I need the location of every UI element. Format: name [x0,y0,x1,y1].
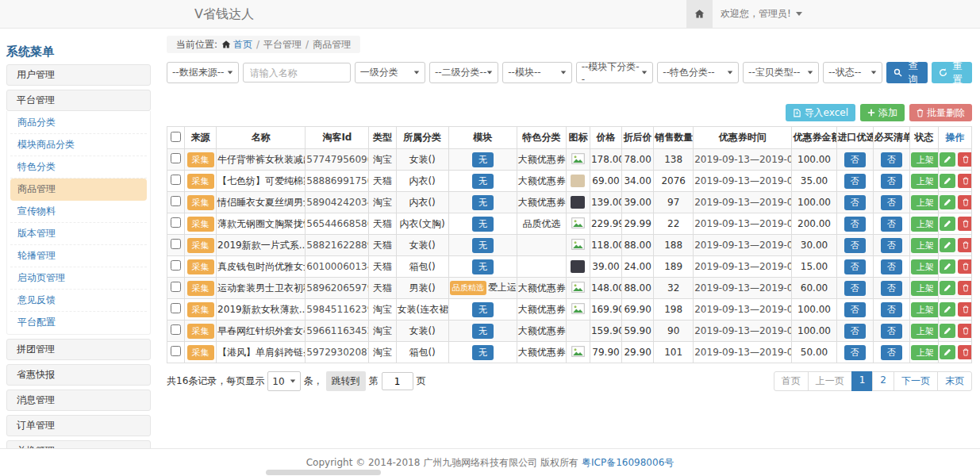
row-checkbox[interactable] [171,282,181,292]
sidebar-group[interactable]: 订单管理 [6,415,151,436]
delete-button[interactable] [958,217,972,231]
pager-item[interactable]: 下一页 [894,371,938,391]
delete-button[interactable] [958,195,972,209]
breadcrumb-home-link[interactable]: 首页 [221,38,252,52]
status-button[interactable]: 上架 [911,259,939,274]
import-select-button[interactable]: 否 [844,238,866,253]
page-size-select[interactable]: 10 [267,371,300,391]
edit-button[interactable] [940,281,955,295]
module-badge[interactable]: 无 [472,259,494,274]
module-badge[interactable]: 无 [472,174,494,189]
name-input[interactable] [243,63,351,83]
must-buy-button[interactable]: 否 [881,195,902,210]
edit-button[interactable] [940,345,955,359]
status-select[interactable]: --状态-- [823,62,882,83]
status-button[interactable]: 上架 [911,345,939,360]
module-sub-select[interactable]: --模块下分类-- [576,62,654,83]
module-badge[interactable]: 无 [472,195,494,210]
edit-button[interactable] [940,195,955,209]
jump-page-input[interactable] [382,372,413,390]
row-checkbox[interactable] [171,217,181,228]
add-button[interactable]: 添加 [860,104,905,121]
item-type-select[interactable]: --宝贝类型-- [743,62,819,83]
sidebar-item[interactable]: 特色分类 [10,156,147,178]
module-badge[interactable]: 无 [472,217,494,232]
status-button[interactable]: 上架 [911,324,939,339]
row-checkbox[interactable] [171,324,181,335]
category-l1-select[interactable]: 一级分类 [355,62,425,83]
row-checkbox[interactable] [171,175,181,185]
pager-item[interactable]: 上一页 [808,371,852,391]
row-checkbox[interactable] [171,153,181,163]
must-buy-button[interactable]: 否 [881,174,902,189]
jump-button[interactable]: 跳转到 [326,371,366,391]
status-button[interactable]: 上架 [911,281,939,296]
row-checkbox[interactable] [171,303,181,313]
import-select-button[interactable]: 否 [844,345,866,360]
must-buy-button[interactable]: 否 [881,238,902,253]
must-buy-button[interactable]: 否 [881,152,902,167]
must-buy-button[interactable]: 否 [881,281,902,296]
sidebar-item[interactable]: 版本管理 [10,223,147,245]
special-category-select[interactable]: --特色分类-- [657,62,739,83]
sidebar-item[interactable]: 意见反馈 [10,290,147,312]
pager-item[interactable]: 2 [872,371,894,391]
sidebar-item[interactable]: 轮播管理 [10,245,147,267]
import-select-button[interactable]: 否 [844,302,866,317]
delete-button[interactable] [958,152,972,167]
search-button[interactable]: 查询 [886,62,927,83]
edit-button[interactable] [940,174,955,188]
import-select-button[interactable]: 否 [844,195,866,210]
sidebar-group[interactable]: 省惠快报 [6,364,151,386]
module-select[interactable]: --模块-- [502,62,571,83]
module-badge[interactable]: 无 [472,238,494,253]
must-buy-button[interactable]: 否 [881,345,902,360]
sidebar-group[interactable]: 拼团管理 [6,339,151,360]
status-button[interactable]: 上架 [911,195,939,210]
row-checkbox[interactable] [171,196,181,206]
row-checkbox[interactable] [171,346,181,356]
home-nav-button[interactable] [686,0,713,28]
icp-link[interactable]: 粤ICP备16098006号 [582,456,674,470]
import-select-button[interactable]: 否 [844,259,866,274]
pager-item[interactable]: 1 [851,371,874,391]
sidebar-item[interactable]: 平台配置 [10,312,147,333]
sidebar-item[interactable]: 模块商品分类 [10,134,147,156]
module-badge[interactable]: 无 [472,345,494,360]
delete-button[interactable] [958,324,972,338]
sidebar-item[interactable]: 商品管理 [10,178,147,201]
delete-button[interactable] [958,259,972,274]
edit-button[interactable] [940,259,955,274]
row-checkbox[interactable] [171,239,181,249]
must-buy-button[interactable]: 否 [881,259,902,274]
select-all-checkbox[interactable] [171,132,181,142]
sidebar-item[interactable]: 宣传物料 [10,201,147,223]
must-buy-button[interactable]: 否 [881,217,902,232]
edit-button[interactable] [940,152,955,167]
reset-button[interactable]: 重置 [932,62,972,83]
sidebar-item[interactable]: 启动页管理 [10,267,147,290]
status-button[interactable]: 上架 [911,174,939,189]
delete-button[interactable] [958,281,972,295]
module-badge[interactable]: 无 [472,324,494,339]
edit-button[interactable] [940,238,955,252]
delete-button[interactable] [958,238,972,252]
delete-button[interactable] [958,302,972,317]
batch-delete-button[interactable]: 批量删除 [909,104,972,121]
user-menu[interactable]: 欢迎您，管理员! [721,0,802,28]
sidebar-group[interactable]: 消息管理 [6,390,151,411]
delete-button[interactable] [958,174,972,188]
module-badge[interactable]: 品质精选 [450,281,486,295]
row-checkbox[interactable] [171,260,181,271]
import-select-button[interactable]: 否 [844,152,866,167]
data-source-select[interactable]: --数据来源-- [167,62,239,83]
status-button[interactable]: 上架 [911,152,939,167]
edit-button[interactable] [940,302,955,317]
module-badge[interactable]: 无 [472,302,494,317]
import-excel-button[interactable]: 导入excel [786,104,855,121]
import-select-button[interactable]: 否 [844,217,866,232]
status-button[interactable]: 上架 [911,302,939,317]
pager-item[interactable]: 首页 [774,371,809,391]
delete-button[interactable] [958,345,972,359]
status-button[interactable]: 上架 [911,238,939,253]
